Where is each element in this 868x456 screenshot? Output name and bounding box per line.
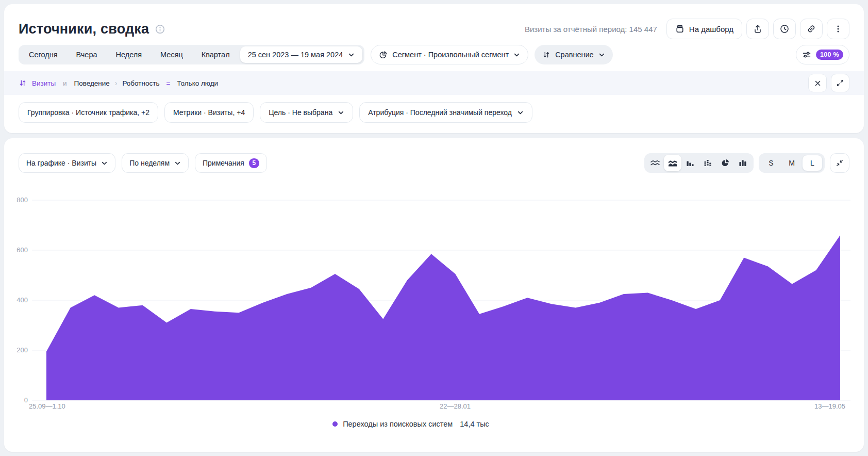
visits-summary: Визиты за отчётный период: 145 447 [525,25,657,34]
chevron-down-icon [513,52,520,58]
segment-label: Сегмент · Произвольный сегмент [392,51,509,59]
kebab-icon [833,24,843,34]
tab-yesterday[interactable]: Вчера [67,46,107,63]
chevron-down-icon [517,109,524,116]
dashboard-button[interactable]: На дашборд [666,19,742,39]
segment-button[interactable]: Сегмент · Произвольный сегмент [371,45,528,64]
sliders-icon [802,50,811,59]
size-m-button[interactable]: M [781,155,802,171]
share-icon [753,24,762,34]
history-button[interactable] [773,19,796,39]
attribution-chip-label: Атрибуция · Последний значимый переход [368,108,512,117]
tab-quarter[interactable]: Квартал [192,46,239,63]
chart-type-area-button[interactable] [664,155,681,171]
collapse-icon [836,159,844,167]
chevron-down-icon [338,109,344,116]
goal-chip[interactable]: Цель · Не выбрана [260,102,353,123]
x-label-middle: 22—28.01 [440,402,471,410]
on-chart-metric-button[interactable]: На графике · Визиты [19,153,115,173]
metrics-chip-label: Метрики · Визиты, +4 [173,108,245,117]
filter-path-separator: › [115,79,118,87]
chart-type-bars-button[interactable] [681,155,699,171]
chevron-down-icon [101,160,108,167]
chart-legend[interactable]: Переходы из поисковых систем 14,4 тыс [0,420,841,428]
date-range-label: 25 сен 2023 — 19 мая 2024 [248,51,343,59]
chart-type-pie-button[interactable] [716,155,734,171]
dashboard-button-label: На дашборд [689,25,733,34]
segment-pie-icon [379,51,388,59]
summary-card: Источники, сводка Визиты за отчётный пер… [4,4,864,133]
area-chart-icon [667,158,678,168]
chevron-down-icon [348,52,355,58]
info-icon [155,24,165,34]
x-label-end: 13—19.05 [814,402,845,410]
line-chart-icon [650,158,660,168]
granularity-button[interactable]: По неделям [122,153,189,173]
date-range-button[interactable]: 25 сен 2023 — 19 мая 2024 [240,46,363,63]
filter-path[interactable]: Поведение [74,79,109,87]
clock-icon [780,24,789,34]
visits-area-chart[interactable] [4,175,864,402]
collapse-chart-button[interactable] [830,153,849,173]
chart-size-group: S M L [759,153,825,173]
settings-chips: Группировка · Источник трафика, +2 Метри… [19,102,532,123]
toolbar: Сегодня Вчера Неделя Месяц Квартал 25 се… [19,45,849,64]
chart-card: На графике · Визиты По неделям Примечани… [4,138,864,452]
sampling-badge: 100 % [816,50,843,60]
grouping-chip[interactable]: Группировка · Источник трафика, +2 [19,102,158,123]
column-chart-icon [738,158,747,168]
metrics-chip[interactable]: Метрики · Визиты, +4 [164,102,254,123]
size-l-button[interactable]: L [802,155,823,171]
pie-chart-icon [721,158,730,168]
tab-month[interactable]: Месяц [151,46,192,63]
stacked-bar-chart-icon [703,158,712,168]
chevron-down-icon [598,52,605,58]
info-button[interactable] [155,24,165,34]
filter-operator: = [166,79,170,87]
share-button[interactable] [746,19,769,39]
filter-metric[interactable]: Визиты [32,79,56,87]
dashboard-icon [675,24,685,34]
clear-filter-button[interactable] [808,74,827,92]
on-chart-metric-label: На графике · Визиты [26,159,96,167]
filter-conjunction: и [63,79,66,87]
compare-icon [542,51,550,59]
visits-area [46,235,840,400]
goal-chip-label: Цель · Не выбрана [269,108,332,117]
tab-week[interactable]: Неделя [107,46,152,63]
compare-label: Сравнение [555,51,594,59]
sampling-button[interactable]: 100 % [796,45,849,64]
page-title: Источники, сводка [19,21,149,37]
size-s-button[interactable]: S [761,155,781,171]
legend-dot [332,421,338,427]
segmentation-bar: Визиты и Поведение › Роботность = Только… [4,71,864,95]
chevron-down-icon [174,160,181,167]
notes-button[interactable]: Примечания 5 [195,153,267,173]
link-button[interactable] [800,19,823,39]
link-icon [807,24,816,34]
grouping-chip-label: Группировка · Источник трафика, +2 [27,108,149,117]
attribution-chip[interactable]: Атрибуция · Последний значимый переход [359,102,532,123]
filter-value[interactable]: Только люди [177,79,218,87]
expand-filter-button[interactable] [831,74,849,92]
filter-attribute[interactable]: Роботность [122,79,159,87]
expand-icon [836,79,844,87]
close-icon [814,79,822,87]
chart-type-group [644,153,754,173]
header-actions: Визиты за отчётный период: 145 447 На да… [525,19,849,39]
compare-icon [19,79,27,87]
tab-today[interactable]: Сегодня [20,46,67,63]
bar-chart-icon [686,158,695,168]
notes-count-badge: 5 [249,158,259,168]
chart-type-columns-button[interactable] [734,155,752,171]
chart-type-stacked-bars-button[interactable] [699,155,716,171]
granularity-label: По неделям [129,159,170,167]
compare-button[interactable]: Сравнение [535,45,613,64]
more-button[interactable] [827,19,849,39]
legend-series-name: Переходы из поисковых систем [343,420,453,428]
x-label-start: 25.09—1.10 [29,402,65,410]
chart-type-line-button[interactable] [646,155,664,171]
period-tab-group: Сегодня Вчера Неделя Месяц Квартал 25 се… [19,45,364,64]
legend-series-total: 14,4 тыс [460,420,489,428]
chart-controls: На графике · Визиты По неделям Примечани… [19,153,849,173]
